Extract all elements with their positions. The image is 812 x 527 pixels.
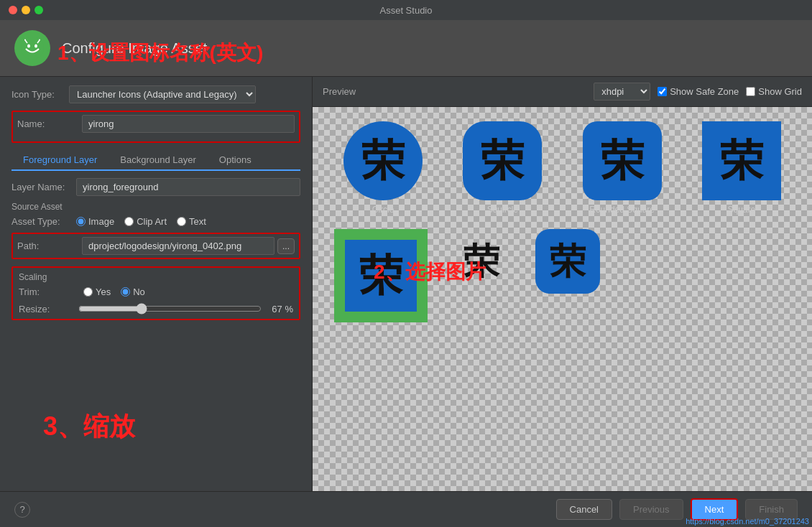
icon-type-label: Icon Type: bbox=[11, 89, 62, 100]
source-asset-label: Source Asset bbox=[11, 202, 300, 212]
show-safe-zone-checkbox[interactable]: Show Safe Zone bbox=[658, 86, 739, 97]
trim-row: Trim: Yes No bbox=[19, 286, 293, 297]
close-button[interactable] bbox=[9, 6, 17, 14]
trim-label: Trim: bbox=[19, 286, 83, 297]
resize-value: 67 % bbox=[267, 304, 293, 314]
preview-canvas: 荣 Circle 荣 Squircle 荣 Rounded Square 荣 S… bbox=[313, 107, 812, 491]
icon-squircle-label: Squircle bbox=[487, 205, 518, 215]
browse-button[interactable]: ... bbox=[277, 238, 295, 254]
tab-background-layer[interactable]: Background Layer bbox=[109, 150, 208, 171]
tab-foreground-layer[interactable]: Foreground Layer bbox=[11, 150, 109, 171]
icon-square: 荣 bbox=[702, 121, 781, 200]
asset-type-row: Asset Type: Image Clip Art Text bbox=[11, 216, 300, 227]
show-safe-zone-label: Show Safe Zone bbox=[670, 86, 739, 97]
trim-yes[interactable]: Yes bbox=[83, 286, 111, 297]
asset-type-text[interactable]: Text bbox=[177, 216, 206, 227]
icon-squircle-item: 荣 Squircle bbox=[446, 121, 558, 215]
cancel-button[interactable]: Cancel bbox=[556, 499, 612, 520]
right-panel: Preview xhdpi ldpi mdpi hdpi xxhdpi xxxh… bbox=[313, 77, 812, 491]
trim-radio-group: Yes No bbox=[83, 286, 145, 297]
help-button[interactable]: ? bbox=[14, 502, 30, 518]
icon-grid-top: 荣 Circle 荣 Squircle 荣 Rounded Square 荣 S… bbox=[313, 107, 812, 229]
trim-no[interactable]: No bbox=[121, 286, 145, 297]
maximize-button[interactable] bbox=[34, 6, 43, 14]
svg-point-5 bbox=[24, 39, 26, 41]
icon-type-row: Icon Type: Launcher Icons (Adaptive and … bbox=[11, 85, 300, 103]
icon-squircle: 荣 bbox=[463, 121, 542, 200]
show-grid-checkbox[interactable]: Show Grid bbox=[746, 86, 802, 97]
icon-square-label: Square bbox=[728, 205, 756, 215]
icon-bottom-checker2: 荣 bbox=[535, 229, 600, 294]
android-icon bbox=[14, 30, 50, 66]
left-panel: Icon Type: Launcher Icons (Adaptive and … bbox=[0, 77, 313, 491]
dpi-select[interactable]: xhdpi ldpi mdpi hdpi xxhdpi xxxhdpi bbox=[594, 83, 650, 101]
icon-foreground-green: 荣 bbox=[334, 229, 428, 322]
icon-circle-item: 荣 Circle bbox=[327, 121, 439, 215]
main-content: Configure Image Asset Icon Type: Launche… bbox=[0, 20, 812, 527]
path-input[interactable] bbox=[82, 237, 274, 255]
icon-circle-label: Circle bbox=[372, 205, 395, 215]
name-input[interactable] bbox=[82, 115, 295, 133]
scaling-section: Scaling Trim: Yes No Resize: bbox=[11, 266, 300, 320]
icon-bottom-char1: 荣 bbox=[449, 229, 514, 294]
asset-type-radio-group: Image Clip Art Text bbox=[76, 216, 206, 227]
show-grid-label: Show Grid bbox=[758, 86, 802, 97]
tab-options[interactable]: Options bbox=[208, 150, 263, 171]
watermark: https://blog.csdn.net/m0_37201243 bbox=[683, 516, 812, 527]
layer-name-label: Layer Name: bbox=[11, 182, 76, 192]
icon-bottom-rounded: 荣 bbox=[535, 229, 600, 294]
dialog-title: Configure Image Asset bbox=[62, 40, 207, 57]
svg-point-0 bbox=[21, 37, 44, 60]
layer-name-row: Layer Name: bbox=[11, 178, 300, 196]
window-controls bbox=[9, 6, 43, 14]
name-row: Name: bbox=[17, 115, 295, 133]
name-label: Name: bbox=[17, 118, 82, 129]
previous-button[interactable]: Previous bbox=[619, 499, 683, 520]
path-row-wrapper: Path: ... bbox=[11, 233, 300, 259]
icon-circle: 荣 bbox=[343, 121, 423, 200]
svg-point-1 bbox=[27, 45, 30, 48]
title-bar: Asset Studio bbox=[0, 0, 812, 20]
layer-tabs: Foreground Layer Background Layer Option… bbox=[11, 150, 300, 171]
minimize-button[interactable] bbox=[22, 6, 30, 14]
svg-point-6 bbox=[39, 39, 40, 41]
resize-label: Resize: bbox=[19, 304, 73, 314]
icon-rounded-square: 荣 bbox=[583, 121, 662, 200]
window-title: Asset Studio bbox=[380, 5, 433, 16]
icon-grid-bottom: 荣 荣 荣 bbox=[313, 229, 812, 322]
icon-square-item: 荣 Square bbox=[686, 121, 798, 215]
preview-label: Preview bbox=[323, 86, 586, 97]
scaling-label: Scaling bbox=[19, 272, 293, 282]
bottom-right: https://blog.csdn.net/m0_37201243 Cancel… bbox=[556, 498, 798, 521]
icon-foreground-inner: 荣 bbox=[345, 240, 417, 312]
resize-row: Resize: 67 % bbox=[19, 303, 293, 314]
icon-rounded-square-label: Rounded Square bbox=[589, 205, 655, 215]
bottom-left: ? bbox=[14, 502, 30, 518]
preview-header: Preview xhdpi ldpi mdpi hdpi xxhdpi xxxh… bbox=[313, 77, 812, 107]
icon-rounded-square-item: 荣 Rounded Square bbox=[566, 121, 678, 215]
bottom-bar: ? https://blog.csdn.net/m0_37201243 Canc… bbox=[0, 491, 812, 527]
path-row: Path: ... bbox=[17, 237, 295, 255]
icon-type-select[interactable]: Launcher Icons (Adaptive and Legacy) bbox=[69, 85, 256, 103]
dialog-header: Configure Image Asset bbox=[0, 20, 812, 77]
path-label: Path: bbox=[17, 241, 82, 251]
svg-point-2 bbox=[34, 45, 37, 48]
resize-slider[interactable] bbox=[78, 303, 262, 314]
icon-bottom-checker1: 荣 bbox=[449, 229, 514, 294]
layer-name-input[interactable] bbox=[76, 178, 300, 196]
asset-type-clipart[interactable]: Clip Art bbox=[124, 216, 167, 227]
content-area: Icon Type: Launcher Icons (Adaptive and … bbox=[0, 77, 812, 491]
name-row-wrapper: Name: bbox=[11, 111, 300, 143]
asset-type-image[interactable]: Image bbox=[76, 216, 114, 227]
asset-type-label: Asset Type: bbox=[11, 216, 76, 227]
